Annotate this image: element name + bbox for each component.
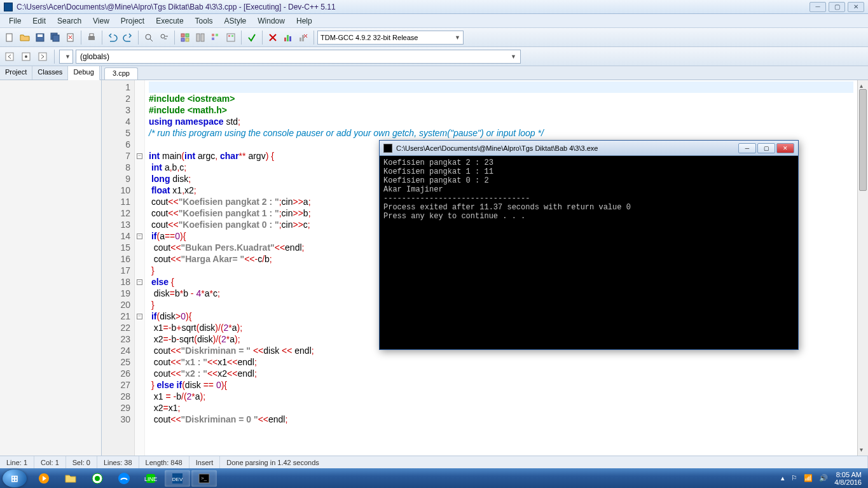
tray-network-icon[interactable]: 📶 (804, 474, 813, 482)
svg-rect-10 (181, 34, 184, 37)
svg-text:LINE: LINE (144, 476, 157, 482)
menu-view[interactable]: View (88, 15, 114, 27)
svg-text:>_: >_ (201, 475, 207, 481)
console-title: C:\Users\Acer\Documents\@Mine\Alpro\Tgs … (396, 144, 738, 152)
tray-volume-icon[interactable]: 🔊 (819, 474, 828, 482)
console-maximize-button[interactable]: ▢ (757, 143, 775, 153)
status-parse: Done parsing in 1.42 seconds (220, 456, 868, 468)
svg-rect-21 (231, 35, 233, 37)
svg-point-29 (25, 55, 27, 58)
nav-combo[interactable]: ▼ (59, 50, 73, 64)
taskbar-console-icon[interactable]: >_ (191, 470, 217, 487)
taskbar-app3-icon[interactable]: LINE (138, 470, 163, 487)
rebuild-icon[interactable] (224, 31, 238, 45)
taskbar-app1-icon[interactable] (85, 470, 110, 487)
svg-rect-25 (300, 38, 301, 41)
svg-rect-22 (284, 38, 286, 41)
bookmark-icon[interactable] (19, 50, 33, 64)
taskbar-devcpp-icon[interactable]: DEV (165, 470, 190, 487)
svg-rect-17 (216, 34, 218, 36)
save-icon[interactable] (33, 31, 47, 45)
replace-icon[interactable] (157, 31, 171, 45)
find-icon[interactable] (142, 31, 156, 45)
save-all-icon[interactable] (48, 31, 62, 45)
menu-tools[interactable]: Tools (190, 15, 218, 27)
menu-window[interactable]: Window (252, 15, 290, 27)
goto-icon[interactable] (36, 50, 50, 64)
console-titlebar[interactable]: C:\Users\Acer\Documents\@Mine\Alpro\Tgs … (380, 141, 798, 156)
taskbar-app2-icon[interactable] (111, 470, 137, 487)
svg-rect-15 (201, 34, 204, 41)
svg-rect-19 (227, 34, 235, 41)
menu-astyle[interactable]: AStyle (219, 15, 252, 27)
print-icon[interactable] (85, 31, 99, 45)
svg-rect-27 (6, 53, 13, 60)
svg-point-9 (161, 34, 165, 38)
start-button[interactable]: ⊞ (3, 470, 27, 487)
stop-icon[interactable] (266, 31, 280, 45)
globals-combo[interactable]: (globals)▼ (76, 50, 521, 64)
status-length: Length: 848 (139, 456, 189, 468)
console-window[interactable]: C:\Users\Acer\Documents\@Mine\Alpro\Tgs … (379, 140, 799, 350)
svg-rect-11 (186, 34, 189, 37)
console-icon (383, 144, 392, 153)
svg-rect-7 (90, 34, 93, 36)
taskbar-explorer-icon[interactable] (58, 470, 83, 487)
svg-point-8 (146, 34, 151, 39)
compile-icon[interactable] (178, 31, 192, 45)
editor-scrollbar[interactable] (857, 80, 868, 456)
svg-rect-2 (38, 34, 43, 37)
menu-help[interactable]: Help (291, 15, 317, 27)
svg-rect-18 (212, 38, 214, 40)
compiler-combo[interactable]: TDM-GCC 4.9.2 32-bit Release▼ (317, 31, 464, 45)
maximize-button[interactable]: ▢ (829, 2, 845, 12)
delete-profile-icon[interactable] (296, 31, 310, 45)
svg-rect-6 (88, 36, 95, 40)
open-file-icon[interactable] (18, 31, 32, 45)
new-file-icon[interactable] (3, 31, 17, 45)
undo-icon[interactable] (106, 31, 120, 45)
status-col: Col: 1 (34, 456, 66, 468)
tray-chevron-icon[interactable]: ▴ (781, 474, 785, 482)
system-tray[interactable]: ▴ ⚐ 📶 🔊 8:05 AM4/8/2016 (781, 471, 865, 486)
window-title: C:\Users\Acer\Documents\@Mine\Alpro\Tgs … (17, 3, 809, 11)
left-tab-debug[interactable]: Debug (68, 66, 99, 80)
taskbar-clock[interactable]: 8:05 AM4/8/2016 (834, 471, 862, 486)
status-lines: Lines: 38 (97, 456, 139, 468)
file-tab[interactable]: 3.cpp (104, 67, 138, 80)
svg-text:DEV: DEV (172, 477, 183, 482)
console-close-button[interactable]: ✕ (776, 143, 794, 153)
left-tab-classes[interactable]: Classes (32, 66, 68, 80)
menu-search[interactable]: Search (52, 15, 86, 27)
status-line: Line: 1 (0, 456, 34, 468)
status-insert: Insert (189, 456, 221, 468)
redo-icon[interactable] (121, 31, 135, 45)
svg-rect-4 (53, 35, 59, 41)
svg-rect-12 (181, 38, 184, 41)
close-file-icon[interactable] (64, 31, 78, 45)
left-panel: ProjectClassesDebug (0, 66, 102, 456)
menu-edit[interactable]: Edit (27, 15, 51, 27)
profile-icon[interactable] (281, 31, 295, 45)
left-tab-project[interactable]: Project (0, 66, 32, 80)
goto-back-icon[interactable] (3, 50, 17, 64)
close-button[interactable]: ✕ (848, 2, 864, 12)
minimize-button[interactable]: ─ (809, 2, 826, 12)
menu-execute[interactable]: Execute (151, 15, 188, 27)
svg-rect-13 (186, 38, 189, 41)
svg-rect-23 (287, 35, 289, 41)
main-toolbar: TDM-GCC 4.9.2 32-bit Release▼ (0, 28, 868, 47)
status-sel: Sel: 0 (66, 456, 97, 468)
console-minimize-button[interactable]: ─ (738, 143, 756, 153)
taskbar-media-icon[interactable] (31, 470, 57, 487)
debug-icon[interactable] (245, 31, 259, 45)
svg-rect-16 (212, 34, 214, 36)
menu-project[interactable]: Project (116, 15, 149, 27)
tray-flag-icon[interactable]: ⚐ (791, 474, 797, 482)
svg-rect-14 (196, 34, 200, 41)
secondary-toolbar: ▼ (globals)▼ (0, 47, 868, 66)
run-icon[interactable] (193, 31, 207, 45)
menu-file[interactable]: File (4, 15, 26, 27)
taskbar[interactable]: ⊞ LINE DEV >_ ▴ ⚐ 📶 🔊 8:05 AM4/8/2016 (0, 468, 868, 488)
compile-run-icon[interactable] (209, 31, 223, 45)
